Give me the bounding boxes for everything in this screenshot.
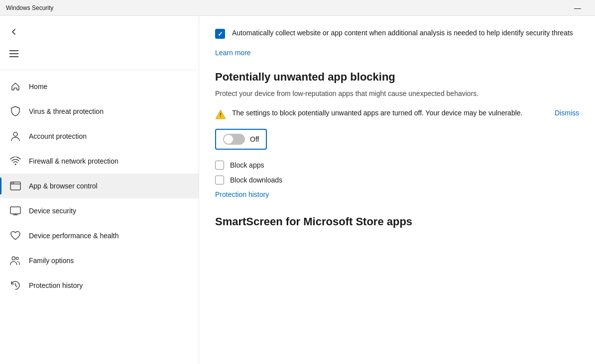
sidebar-item-history[interactable]: Protection history xyxy=(0,273,199,298)
pua-description: Protect your device from low-reputation … xyxy=(215,89,579,99)
person-icon xyxy=(10,131,21,142)
sidebar-item-device-security[interactable]: Device security xyxy=(0,198,199,223)
auto-collect-section: Automatically collect website or app con… xyxy=(215,28,579,39)
content-area: Automatically collect website or app con… xyxy=(199,16,595,364)
hamburger-icon xyxy=(9,50,18,57)
sidebar-item-device-health-label: Device performance & health xyxy=(29,232,119,240)
sidebar-item-account-label: Account protection xyxy=(29,132,87,140)
back-icon xyxy=(10,28,18,36)
sidebar-item-history-label: Protection history xyxy=(29,281,83,289)
dismiss-link[interactable]: Dismiss xyxy=(555,109,579,117)
sidebar-item-device-health[interactable]: Device performance & health xyxy=(0,223,199,248)
pua-title: Potentially unwanted app blocking xyxy=(215,71,579,84)
back-button[interactable] xyxy=(4,22,24,42)
menu-button[interactable] xyxy=(4,44,24,64)
svg-point-7 xyxy=(11,182,12,183)
toggle-label: Off xyxy=(250,135,259,143)
smartscreen-title: SmartScreen for Microsoft Store apps xyxy=(215,214,579,230)
auto-collect-checkbox[interactable] xyxy=(215,29,225,39)
app-title: Windows Security xyxy=(6,4,53,11)
warning-triangle-icon: ! xyxy=(215,109,226,120)
svg-rect-0 xyxy=(9,50,18,51)
sidebar-item-firewall[interactable]: Firewall & network protection xyxy=(0,149,199,174)
svg-point-3 xyxy=(13,132,17,136)
sidebar-item-home[interactable]: Home xyxy=(0,74,199,99)
smartscreen-section: SmartScreen for Microsoft Store apps xyxy=(215,214,579,230)
svg-rect-1 xyxy=(9,53,18,54)
shield-icon xyxy=(10,106,21,117)
sidebar-item-app-browser-label: App & browser control xyxy=(29,182,98,190)
auto-collect-text: Automatically collect website or app con… xyxy=(232,28,573,38)
sidebar-item-device-security-label: Device security xyxy=(29,207,76,215)
sidebar-item-firewall-label: Firewall & network protection xyxy=(29,157,119,165)
title-bar: Windows Security — xyxy=(0,0,595,16)
sidebar-top xyxy=(0,16,199,70)
block-apps-row: Block apps xyxy=(215,161,579,170)
toggle-thumb xyxy=(224,135,233,144)
svg-rect-9 xyxy=(10,207,20,214)
sidebar-item-app-browser[interactable]: App & browser control xyxy=(0,174,199,198)
sidebar: Home Virus & threat protection xyxy=(0,16,199,364)
protection-history-link[interactable]: Protection history xyxy=(215,190,579,198)
warning-box: ! The settings to block potentially unwa… xyxy=(215,108,579,120)
minimize-button[interactable]: — xyxy=(566,0,589,16)
svg-point-4 xyxy=(15,164,16,165)
block-downloads-checkbox[interactable] xyxy=(215,176,224,184)
sidebar-item-home-label: Home xyxy=(29,83,47,91)
heart-icon xyxy=(10,230,21,241)
warning-text: The settings to block potentially unwant… xyxy=(232,108,549,118)
svg-point-8 xyxy=(13,182,14,183)
sidebar-item-account[interactable]: Account protection xyxy=(0,124,199,149)
home-icon xyxy=(10,81,21,92)
sidebar-item-family[interactable]: Family options xyxy=(0,248,199,273)
browser-icon xyxy=(10,181,21,191)
app-container: Home Virus & threat protection xyxy=(0,16,595,364)
block-downloads-label: Block downloads xyxy=(230,176,282,184)
history-icon xyxy=(10,280,21,291)
sidebar-item-family-label: Family options xyxy=(29,257,74,265)
block-apps-checkbox[interactable] xyxy=(215,161,224,170)
svg-point-12 xyxy=(12,257,15,260)
block-apps-label: Block apps xyxy=(230,161,264,169)
sidebar-item-virus[interactable]: Virus & threat protection xyxy=(0,99,199,124)
pua-section: Potentially unwanted app blocking Protec… xyxy=(215,71,579,198)
family-icon xyxy=(10,255,21,266)
svg-text:!: ! xyxy=(220,112,222,118)
pua-toggle[interactable] xyxy=(223,134,245,145)
learn-more-link[interactable]: Learn more xyxy=(215,49,579,57)
sidebar-item-virus-label: Virus & threat protection xyxy=(29,107,104,115)
svg-rect-2 xyxy=(9,56,18,57)
sidebar-nav: Home Virus & threat protection xyxy=(0,70,199,302)
wifi-icon xyxy=(10,156,21,167)
block-downloads-row: Block downloads xyxy=(215,176,579,184)
window-controls: — xyxy=(566,0,589,16)
device-icon xyxy=(10,205,21,216)
svg-point-13 xyxy=(16,257,18,260)
pua-toggle-container[interactable]: Off xyxy=(215,129,267,150)
